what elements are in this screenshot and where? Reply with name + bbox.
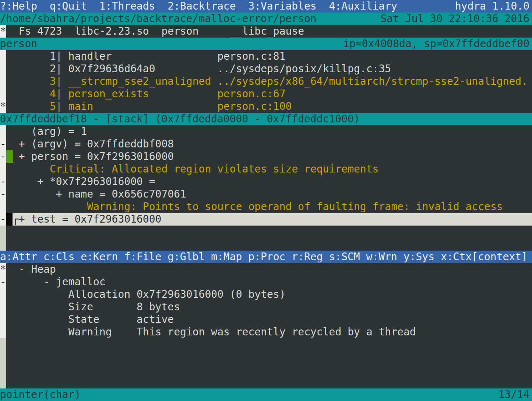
expand-marker[interactable]: - (0, 138, 6, 150)
heap-detail: Warning This region was recently recycle… (6, 326, 532, 338)
heap-marker (0, 288, 6, 301)
critical-message: Critical: Allocated region violates size… (6, 163, 532, 175)
variable-row[interactable]: - + person = 0x7f2963016000 (0, 150, 532, 163)
gutter-cell (0, 226, 6, 238)
heap-marker (0, 301, 6, 313)
heap-detail-row: Size 8 bytes (0, 301, 532, 313)
heap-detail-row: Warning This region was recently recycle… (0, 326, 532, 338)
backtrace-row[interactable]: 4| person_exists person.c:67 (0, 88, 532, 100)
backtrace-row[interactable]: 2| 0x7f29636d64a0 ../sysdeps/posix/killp… (0, 63, 532, 75)
frame-function: person (0, 38, 37, 50)
gutter-cell (0, 238, 6, 251)
stack-region-info: 0x7ffdeddbef18 - [stack] (0x7ffdedda0000… (0, 113, 360, 125)
empty-row (0, 351, 532, 363)
expand-marker[interactable]: - (0, 213, 6, 226)
variable-row[interactable]: - + name = 0x656c707061 (0, 188, 532, 200)
heap-marker: - (0, 276, 6, 288)
backtrace-row[interactable]: 3| __strcmp_sse2_unaligned ../sysdeps/x8… (0, 75, 532, 88)
heap-detail-row: Allocation 0x7f2963016000 (0 bytes) (0, 288, 532, 301)
hydra-debugger-window: ?:Help q:Quit 1:Threads 2:Backtrace 3:Va… (0, 0, 532, 401)
frame-marker (0, 75, 6, 88)
heap-marker: * (0, 263, 6, 276)
heap-detail-row: State active (0, 313, 532, 326)
stack-region-bar: 0x7ffdeddbef18 - [stack] (0x7ffdedda0000… (0, 113, 532, 125)
type-indicator: pointer(char) (0, 388, 81, 401)
variable-text[interactable]: ┌+ test = 0x7f2963016000 (6, 213, 532, 226)
expand-marker[interactable]: - (0, 188, 6, 200)
heap-marker (0, 326, 6, 338)
app-version: hydra 1.10.0 (455, 0, 529, 13)
thread-info[interactable]: Fs 4723 libc-2.23.so person __libc_pause (6, 25, 532, 38)
variable-message-row: Warning: Points to source operand of fau… (0, 200, 532, 213)
heap-tree-row[interactable]: - - jemalloc (0, 276, 532, 288)
variable-row[interactable]: - + (argv) = 0x7ffdeddbf008 (0, 138, 532, 150)
backtrace-frame[interactable]: 5| main person.c:100 (6, 100, 532, 113)
green-marker-cell (6, 150, 13, 163)
auxiliary-shortcuts[interactable]: a:Attr c:Cls e:Kern f:File g:Glbl m:Map … (0, 251, 528, 263)
frame-marker (0, 88, 6, 100)
heap-marker (0, 313, 6, 326)
frame-marker: * (0, 100, 6, 113)
variable-row[interactable]: - + *0x7f2963016000 = (0, 175, 532, 188)
cursor-cell (6, 213, 13, 226)
thread-marker: * (0, 25, 6, 38)
expand-marker (0, 125, 6, 138)
empty-row (0, 238, 532, 251)
heap-detail: State active (6, 313, 532, 326)
variable-row[interactable]: (arg) = 1 (0, 125, 532, 138)
expand-marker[interactable]: - (0, 150, 6, 163)
variable-text[interactable]: + person = 0x7f2963016000 (6, 150, 532, 163)
expand-marker (0, 200, 6, 213)
backtrace-frame[interactable]: 4| person_exists person.c:67 (6, 88, 532, 100)
backtrace-frame[interactable]: 2| 0x7f29636d64a0 ../sysdeps/posix/killp… (6, 63, 532, 75)
backtrace-row[interactable]: * 5| main person.c:100 (0, 100, 532, 113)
auxiliary-key-bar: a:Attr c:Cls e:Kern f:File g:Glbl m:Map … (0, 251, 532, 263)
heap-tree-row[interactable]: * - Heap (0, 263, 532, 276)
working-directory: /home/sbahra/projects/backtrace/malloc-e… (0, 13, 317, 25)
gutter-cell (0, 351, 6, 363)
thread-row[interactable]: * Fs 4723 libc-2.23.so person __libc_pau… (0, 25, 532, 38)
backtrace-row[interactable]: 1| handler person.c:81 (0, 50, 532, 63)
expand-marker[interactable]: - (0, 175, 6, 188)
variable-text[interactable]: + (argv) = 0x7ffdeddbf008 (6, 138, 532, 150)
expand-marker (0, 163, 6, 175)
backtrace-frame[interactable]: 1| handler person.c:81 (6, 50, 532, 63)
gutter-cell (0, 363, 6, 376)
variable-text[interactable]: (arg) = 1 (6, 125, 532, 138)
clock: Sat Jul 30 22:10:36 2016 (380, 13, 529, 25)
variable-text[interactable]: + *0x7f2963016000 = (6, 175, 532, 188)
status-bar: pointer(char) 13/14 (0, 388, 532, 401)
heap-detail: Allocation 0x7f2963016000 (0 bytes) (6, 288, 532, 301)
gutter-cell (0, 376, 6, 388)
warning-message: Warning: Points to source operand of fau… (6, 200, 532, 213)
frame-marker (0, 50, 6, 63)
frame-marker (0, 63, 6, 75)
heap-detail: Size 8 bytes (6, 301, 532, 313)
path-bar: /home/sbahra/projects/backtrace/malloc-e… (0, 13, 532, 25)
gutter-cell (0, 338, 6, 351)
frame-registers: ip=0x4008da, sp=0x7ffdeddbef00 (343, 38, 529, 50)
frame-bar: person ip=0x4008da, sp=0x7ffdeddbef00 (0, 38, 532, 50)
variable-text[interactable]: + name = 0x656c707061 (6, 188, 532, 200)
variable-row-selected[interactable]: - ┌+ test = 0x7f2963016000 (0, 213, 532, 226)
empty-row (0, 226, 532, 238)
backtrace-frame[interactable]: 3| __strcmp_sse2_unaligned ../sysdeps/x8… (6, 75, 532, 88)
empty-row (0, 338, 532, 351)
heap-node[interactable]: - Heap (6, 263, 532, 276)
position-indicator: 13/14 (498, 388, 529, 401)
variable-message-row: Critical: Allocated region violates size… (0, 163, 532, 175)
empty-row (0, 363, 532, 376)
heap-node[interactable]: - jemalloc (6, 276, 532, 288)
empty-row (0, 376, 532, 388)
menu-shortcuts[interactable]: ?:Help q:Quit 1:Threads 2:Backtrace 3:Va… (0, 0, 397, 13)
menu-bar: ?:Help q:Quit 1:Threads 2:Backtrace 3:Va… (0, 0, 532, 13)
